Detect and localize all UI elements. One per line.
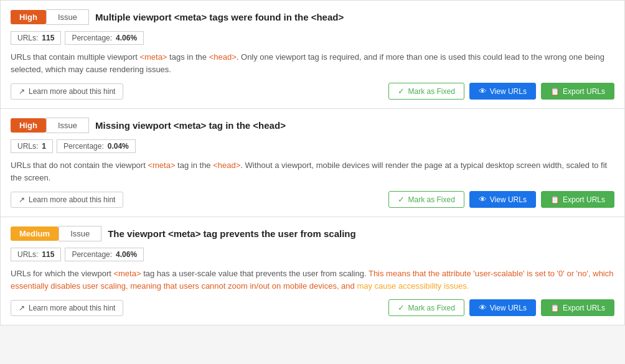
export-urls-label-1: Export URLs (563, 87, 605, 96)
export-urls-label-3: Export URLs (563, 304, 605, 312)
view-urls-btn-3[interactable]: 👁 View URLs (469, 299, 536, 316)
issue-block-3: Medium Issue The viewport <meta> tag pre… (1, 217, 624, 325)
issue-description-3: URLs for which the viewport <meta> tag h… (11, 268, 614, 292)
issue-description-2: URLs that do not contain the viewport <m… (11, 159, 614, 184)
mark-fixed-btn-1[interactable]: ✓ Mark as Fixed (388, 83, 464, 100)
issue-meta-2: URLs: 1 Percentage: 0.04% (11, 139, 614, 153)
mark-fixed-btn-3[interactable]: ✓ Mark as Fixed (388, 299, 464, 316)
export-icon-3: 📋 (550, 304, 560, 312)
issue-footer-3: ↗ Learn more about this hint ✓ Mark as F… (11, 299, 614, 316)
mark-fixed-label-1: Mark as Fixed (408, 87, 454, 96)
issue-title-2: Missing viewport <meta> tag in the <head… (95, 120, 286, 131)
percentage-value-3: 4.06% (116, 250, 137, 259)
action-buttons-2: ✓ Mark as Fixed 👁 View URLs 📋 Export URL… (388, 191, 614, 208)
learn-more-label-2: Learn more about this hint (29, 195, 115, 204)
urls-meta-2: URLs: 1 (11, 139, 53, 153)
urls-value-1: 115 (42, 34, 54, 42)
urls-meta-3: URLs: 115 (11, 248, 61, 261)
external-link-icon-1: ↗ (19, 87, 25, 96)
export-icon-2: 📋 (550, 195, 560, 204)
check-icon-3: ✓ (398, 303, 405, 312)
issue-title-1: Multiple viewport <meta> tags were found… (95, 12, 344, 22)
severity-badge-3: Medium (11, 226, 59, 241)
percentage-label-2: Percentage: (63, 142, 104, 151)
issue-block-1: High Issue Multiple viewport <meta> tags… (1, 1, 624, 109)
issue-footer-1: ↗ Learn more about this hint ✓ Mark as F… (11, 83, 614, 100)
export-urls-btn-1[interactable]: 📋 Export URLs (541, 83, 614, 100)
percentage-value-1: 4.06% (116, 34, 137, 42)
urls-label-1: URLs: (17, 34, 38, 42)
percentage-label-3: Percentage: (72, 250, 112, 259)
view-urls-label-2: View URLs (490, 195, 527, 204)
check-icon-2: ✓ (398, 195, 405, 204)
action-buttons-3: ✓ Mark as Fixed 👁 View URLs 📋 Export URL… (388, 299, 614, 316)
severity-badge-2: High (11, 118, 46, 133)
percentage-meta-2: Percentage: 0.04% (57, 139, 136, 153)
export-urls-btn-3[interactable]: 📋 Export URLs (541, 299, 614, 316)
eye-icon-1: 👁 (479, 86, 487, 96)
view-urls-btn-1[interactable]: 👁 View URLs (469, 83, 536, 100)
view-urls-label-3: View URLs (490, 304, 527, 312)
urls-label-3: URLs: (17, 250, 38, 259)
urls-value-3: 115 (42, 250, 54, 259)
issue-type-1: Issue (46, 9, 89, 25)
issue-meta-1: URLs: 115 Percentage: 4.06% (11, 31, 614, 45)
issue-header-2: High Issue Missing viewport <meta> tag i… (11, 118, 614, 133)
percentage-meta-3: Percentage: 4.06% (65, 248, 144, 261)
learn-more-btn-3[interactable]: ↗ Learn more about this hint (11, 300, 123, 316)
view-urls-btn-2[interactable]: 👁 View URLs (469, 191, 536, 208)
issue-block-2: High Issue Missing viewport <meta> tag i… (1, 109, 624, 217)
issue-footer-2: ↗ Learn more about this hint ✓ Mark as F… (11, 191, 614, 208)
mark-fixed-label-2: Mark as Fixed (408, 195, 454, 204)
issue-title-3: The viewport <meta> tag prevents the use… (108, 228, 355, 239)
urls-label-2: URLs: (17, 142, 38, 151)
percentage-label-1: Percentage: (72, 34, 112, 42)
issue-header-1: High Issue Multiple viewport <meta> tags… (11, 9, 614, 25)
urls-value-2: 1 (42, 142, 46, 151)
mark-fixed-label-3: Mark as Fixed (408, 304, 454, 312)
learn-more-btn-1[interactable]: ↗ Learn more about this hint (11, 83, 123, 100)
issues-container: High Issue Multiple viewport <meta> tags… (0, 0, 625, 325)
percentage-value-2: 0.04% (108, 142, 129, 151)
view-urls-label-1: View URLs (490, 87, 527, 96)
issue-meta-3: URLs: 115 Percentage: 4.06% (11, 248, 614, 261)
issue-header-3: Medium Issue The viewport <meta> tag pre… (11, 226, 614, 241)
external-link-icon-3: ↗ (19, 304, 25, 312)
eye-icon-2: 👁 (479, 195, 487, 204)
issue-description-1: URLs that contain multiple viewport <met… (11, 51, 614, 75)
export-urls-btn-2[interactable]: 📋 Export URLs (541, 191, 614, 208)
mark-fixed-btn-2[interactable]: ✓ Mark as Fixed (388, 191, 464, 208)
external-link-icon-2: ↗ (19, 195, 25, 204)
action-buttons-1: ✓ Mark as Fixed 👁 View URLs 📋 Export URL… (388, 83, 614, 100)
learn-more-btn-2[interactable]: ↗ Learn more about this hint (11, 192, 123, 208)
learn-more-label-1: Learn more about this hint (29, 87, 115, 96)
check-icon-1: ✓ (398, 86, 405, 96)
urls-meta-1: URLs: 115 (11, 31, 61, 45)
export-icon-1: 📋 (550, 87, 560, 96)
export-urls-label-2: Export URLs (563, 195, 605, 204)
percentage-meta-1: Percentage: 4.06% (65, 31, 144, 45)
severity-badge-1: High (11, 10, 46, 24)
eye-icon-3: 👁 (479, 303, 487, 312)
issue-type-3: Issue (59, 226, 101, 241)
issue-type-2: Issue (46, 118, 89, 133)
learn-more-label-3: Learn more about this hint (29, 304, 115, 312)
